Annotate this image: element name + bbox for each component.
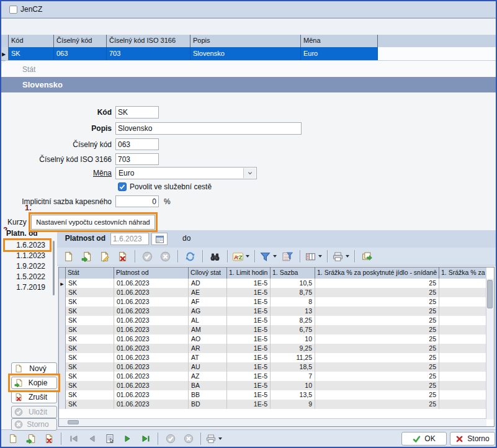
- table-cell: 1E-5: [227, 325, 271, 334]
- table-cell: [439, 372, 486, 381]
- print-button[interactable]: [331, 249, 351, 263]
- table-cell: 1E-5: [227, 344, 271, 353]
- mena-dropdown-button[interactable]: [243, 168, 256, 178]
- date-list-scrollbar[interactable]: [53, 241, 55, 295]
- nav-last-button[interactable]: [137, 432, 154, 446]
- dropdown-arrow-icon[interactable]: [218, 437, 222, 440]
- refresh-button[interactable]: [181, 249, 199, 263]
- vertical-scrollbar[interactable]: [486, 279, 494, 419]
- cancel-button[interactable]: [156, 249, 174, 263]
- table-row[interactable]: ▶SK01.06.2023AD1E-510,525: [59, 279, 486, 288]
- table-row[interactable]: SK01.06.2023AT1E-511,2525: [59, 353, 486, 362]
- detail-view-button[interactable]: [101, 432, 119, 446]
- section-band: Stát: [1, 60, 496, 78]
- table-row[interactable]: SK01.06.2023AU1E-518,525: [59, 362, 486, 372]
- rates-column-header[interactable]: 1. Sazba: [271, 267, 315, 279]
- table-cell: SK: [66, 334, 114, 344]
- column-header--seln-k-d[interactable]: Číselný kód: [54, 35, 107, 47]
- dropdown-arrow-icon[interactable]: [318, 255, 322, 258]
- table-cell: 10: [271, 334, 315, 344]
- nav-prev-button[interactable]: [83, 432, 101, 446]
- table-row[interactable]: SK01.06.2023AO1E-51025: [59, 334, 486, 344]
- apply-button[interactable]: [161, 432, 179, 446]
- kod-field[interactable]: [115, 106, 159, 119]
- apply-icon: [14, 408, 23, 416]
- print-button[interactable]: [204, 432, 224, 446]
- table-row[interactable]: SK01.06.2023AR1E-59,2525: [59, 344, 486, 353]
- table-cell: 1E-5: [227, 381, 271, 390]
- copy-doc-button[interactable]: [78, 249, 96, 263]
- sazba-field[interactable]: [115, 195, 159, 207]
- delete-doc-button[interactable]: [40, 432, 58, 446]
- table-row[interactable]: SK01.06.2023AF1E-5825: [59, 297, 486, 307]
- columns-button[interactable]: [303, 249, 324, 263]
- calendar-button[interactable]: [151, 233, 168, 245]
- rates-column-header[interactable]: Stát: [66, 267, 114, 279]
- popis-field[interactable]: [115, 122, 302, 135]
- ok-button[interactable]: OK: [401, 432, 447, 446]
- table-row[interactable]: SK01.06.2023AG1E-51325: [59, 307, 486, 316]
- jencz-checkbox-label: JenCZ: [20, 5, 42, 14]
- ciselny-kod-iso-field[interactable]: [115, 153, 159, 165]
- mena-label[interactable]: Měna: [1, 167, 112, 179]
- table-row[interactable]: SK01.06.2023AM1E-56,7525: [59, 325, 486, 334]
- edit-doc-button[interactable]: [96, 249, 114, 263]
- export-button[interactable]: [358, 249, 376, 263]
- column-header-m-na[interactable]: Měna: [301, 35, 378, 47]
- cancel-button[interactable]: [179, 432, 197, 446]
- sort-az-button[interactable]: [231, 249, 251, 263]
- apply-button[interactable]: [138, 249, 156, 263]
- platnost-od-field[interactable]: [110, 233, 149, 245]
- table-cell: 01.06.2023: [114, 288, 189, 297]
- storno-button[interactable]: Storno: [450, 432, 495, 446]
- toolbar-separator: [254, 250, 255, 262]
- rates-column-header[interactable]: 1. Srážka % za poskytnuté jídlo - snídan…: [315, 267, 439, 279]
- horizontal-scrollbar-thumb[interactable]: [68, 420, 79, 424]
- table-row[interactable]: SK01.06.2023AL1E-58,2525: [59, 316, 486, 325]
- rates-column-header[interactable]: Cílový stat: [189, 267, 227, 279]
- table-cell: 18,5: [271, 362, 315, 372]
- date-item[interactable]: 1.1.2023: [3, 251, 50, 261]
- table-row[interactable]: SK01.06.2023AZ1E-5725: [59, 372, 486, 381]
- ciselny-kod-field[interactable]: [115, 138, 159, 150]
- table-row[interactable]: SK01.06.2023AE1E-58,7525: [59, 288, 486, 297]
- date-item[interactable]: 1.5.2022: [3, 272, 50, 282]
- date-item[interactable]: 1.9.2022: [3, 261, 50, 272]
- filter-values-button[interactable]: [279, 249, 297, 263]
- delete-doc-button[interactable]: [114, 249, 132, 263]
- header-filler: [378, 35, 496, 47]
- column-header-k-d[interactable]: Kód: [9, 35, 54, 47]
- table-row[interactable]: SK01.06.2023BD1E-5925: [59, 400, 486, 409]
- tab-kurzy[interactable]: Kurzy: [7, 218, 27, 226]
- rates-column-header[interactable]: 1. Srážka % za pos: [439, 267, 486, 279]
- table-row[interactable]: SK01.06.2023BB1E-513,525: [59, 390, 486, 400]
- zru-it-button[interactable]: Zrušit: [11, 391, 57, 403]
- dropdown-arrow-icon[interactable]: [346, 255, 349, 258]
- new-doc-button[interactable]: [4, 432, 22, 446]
- dropdown-arrow-icon[interactable]: [246, 255, 249, 258]
- date-item[interactable]: 1.7.2019: [3, 282, 50, 293]
- copy-doc-button[interactable]: [22, 432, 40, 446]
- dropdown-arrow-icon[interactable]: [273, 255, 277, 258]
- table-cell: 1E-5: [227, 362, 271, 372]
- nov--button[interactable]: Nový: [11, 362, 57, 375]
- table-cell: 01.06.2023: [114, 390, 189, 400]
- new-doc-button[interactable]: [60, 249, 78, 263]
- mena-combobox[interactable]: Euro: [115, 167, 257, 179]
- rates-column-header[interactable]: 1. Limit hodin: [227, 267, 271, 279]
- horizontal-scrollbar[interactable]: [59, 418, 486, 426]
- nav-next-button[interactable]: [119, 432, 137, 446]
- table-cell: 25: [315, 307, 439, 316]
- column-header-popis[interactable]: Popis: [190, 35, 301, 47]
- nav-first-button[interactable]: [65, 432, 83, 446]
- find-button[interactable]: [206, 249, 224, 263]
- table-row[interactable]: SK01.06.2023BA1E-51025: [59, 381, 486, 390]
- top-grid-selected-row[interactable]: ▶SK063703SlovenskoEuro: [1, 47, 496, 61]
- column-header--seln-k-d-iso-3166[interactable]: Číselný kód ISO 3166: [107, 35, 190, 47]
- toolbar-separator: [327, 250, 328, 262]
- filter-button[interactable]: [258, 249, 279, 263]
- povolit-checkbox[interactable]: [118, 182, 127, 191]
- jencz-checkbox[interactable]: [9, 6, 17, 14]
- rates-column-header[interactable]: Platnost od: [114, 267, 189, 279]
- vertical-scrollbar-thumb[interactable]: [487, 280, 493, 308]
